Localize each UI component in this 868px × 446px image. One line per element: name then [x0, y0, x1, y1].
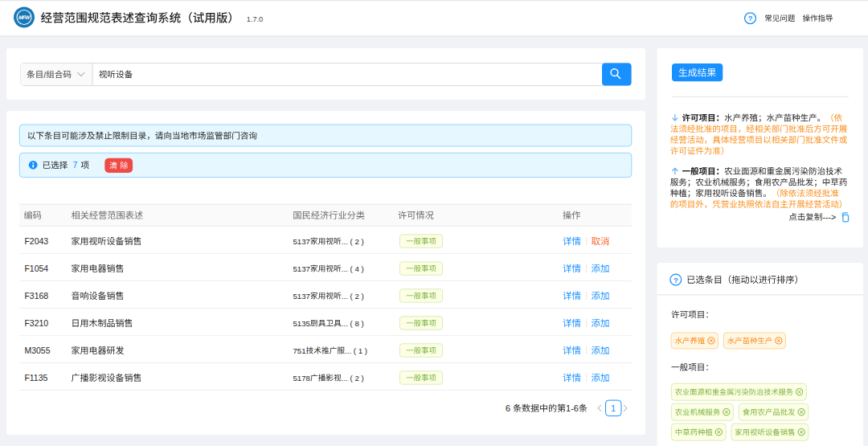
svg-text:F3168: F3168	[24, 291, 48, 301]
svg-text:F2043: F2043	[24, 236, 48, 246]
svg-text:1: 1	[611, 403, 616, 413]
svg-text:... ( 4 ): ... ( 4 )	[342, 264, 364, 273]
svg-text:5137: 5137	[293, 292, 310, 301]
svg-text:7: 7	[73, 160, 78, 170]
svg-text:?: ?	[748, 14, 753, 23]
svg-text:?: ?	[674, 276, 678, 284]
svg-text:... ( 8 ): ... ( 8 )	[342, 319, 364, 328]
svg-text:... ( 2 ): ... ( 2 )	[342, 292, 364, 301]
svg-text:1-6: 1-6	[566, 403, 579, 413]
svg-text:... ( 1 ): ... ( 1 )	[345, 346, 367, 355]
svg-text:751: 751	[293, 346, 305, 355]
svg-text:F1054: F1054	[24, 264, 48, 273]
svg-text:/: /	[43, 70, 46, 80]
svg-text:6: 6	[506, 403, 510, 413]
svg-text:5178: 5178	[293, 374, 310, 383]
svg-text:5137: 5137	[293, 264, 310, 273]
svg-text:--->: --->	[822, 212, 836, 222]
svg-text:5135: 5135	[293, 319, 310, 328]
svg-text:M3055: M3055	[24, 346, 50, 355]
svg-text:... ( 2 ): ... ( 2 )	[342, 237, 364, 246]
svg-text:1.7.0: 1.7.0	[247, 15, 263, 23]
svg-text:F3210: F3210	[24, 318, 48, 328]
svg-text:... ( 2 ): ... ( 2 )	[342, 374, 364, 383]
svg-text:F1135: F1135	[24, 373, 47, 383]
svg-text:5137: 5137	[293, 237, 310, 246]
